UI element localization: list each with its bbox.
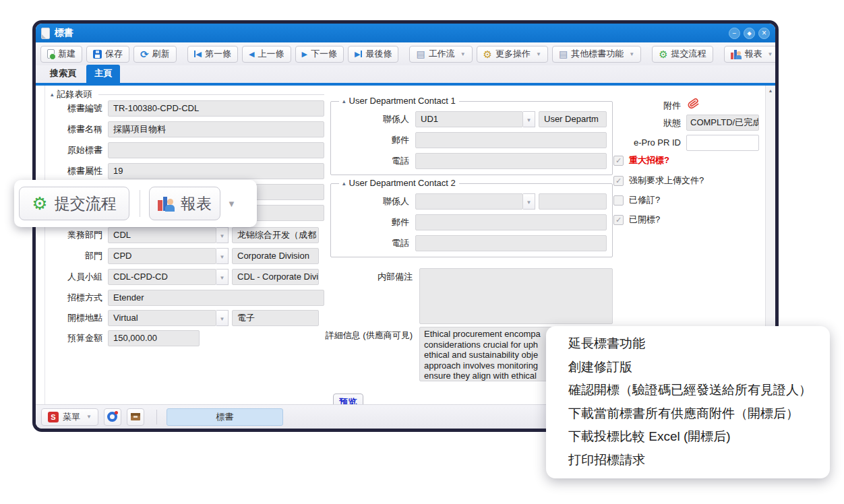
checkbox-opened[interactable]: ✓ <box>613 215 624 225</box>
menu-button[interactable]: S 菜單 ▼ <box>41 408 98 426</box>
scroll-up-icon[interactable]: ▲ <box>766 86 775 96</box>
close-button[interactable]: × <box>758 28 770 39</box>
menu-item-download-bid-comparison[interactable]: 下載投標比較 Excel (開標后) <box>546 425 830 449</box>
business-dept-select[interactable]: CDL <box>108 227 216 243</box>
tab-main-page[interactable]: 主頁 <box>86 65 120 83</box>
staff-group-select[interactable]: CDL-CPD-CD <box>108 269 216 285</box>
last-record-button[interactable]: ▶ 最後條 <box>348 46 398 63</box>
contact2-phone-field[interactable] <box>415 235 607 251</box>
field-row-tender-no: 標書編號 TR-100380-CPD-CDL <box>51 100 324 117</box>
original-tender-field[interactable] <box>108 142 324 158</box>
budget-field[interactable]: 150,000.00 <box>108 330 200 346</box>
tender-name-field[interactable]: 採購項目物料 <box>108 121 324 137</box>
collapse-triangle-icon: ▴ <box>342 180 346 187</box>
package-shortcut-button[interactable] <box>127 408 144 426</box>
chevron-down-icon: ▼ <box>536 51 541 57</box>
dropdown-arrow-button[interactable]: ▼ <box>216 310 229 326</box>
chevron-down-icon: ▼ <box>460 51 466 57</box>
contact2-person-select[interactable] <box>415 193 523 210</box>
epro-pr-id-field[interactable] <box>686 135 759 151</box>
tender-attr-field[interactable]: 19 <box>108 163 324 179</box>
contact1-person-row: 聯係人 UD1 ▼ User Departm <box>331 111 612 127</box>
contact1-legend[interactable]: ▴ User Department Contact 1 <box>339 96 459 106</box>
field-row-budget: 預算金額 150,000.00 <box>51 330 324 346</box>
contact2-person-row: 聯係人 ▼ <box>331 193 612 210</box>
contact1-email-field[interactable] <box>415 132 607 148</box>
checkbox-major-tender[interactable]: ✓ <box>613 156 624 166</box>
field-label: 部門 <box>51 250 108 262</box>
menu-item-print-tender-request[interactable]: 打印招標請求 <box>546 449 830 472</box>
minimize-button[interactable]: − <box>729 28 740 39</box>
field-label: 聯係人 <box>331 195 415 208</box>
app-logo-icon: S <box>48 412 59 422</box>
contact1-phone-row: 電話 <box>331 153 612 169</box>
maximize-button[interactable]: ◆ <box>744 28 755 39</box>
workflow-dropdown-button[interactable]: ▤ 工作流 ▼ <box>409 46 472 63</box>
new-button[interactable]: 新建 <box>40 46 82 63</box>
submit-process-large-button[interactable]: ⚙ 提交流程 <box>19 187 129 220</box>
field-label: 招標方式 <box>51 292 108 304</box>
tab-bar: 搜索頁 主頁 <box>36 65 775 83</box>
contact2-email-field[interactable] <box>415 214 607 230</box>
dropdown-arrow-button[interactable]: ▼ <box>523 193 535 210</box>
refresh-button[interactable]: ⟳ 刷新 <box>133 46 177 63</box>
menu-item-confirm-opening[interactable]: 確認開標（驗證碼已經發送給所有見證人） <box>546 379 830 402</box>
checkbox-row-major-tender: ✓ 重大招標? <box>613 154 669 166</box>
previous-record-button[interactable]: ◀ 上一條 <box>242 46 291 63</box>
contact1-person-select[interactable]: UD1 <box>415 111 523 127</box>
gear-pencil-icon: ⚙ <box>483 49 492 59</box>
submit-process-button[interactable]: ⚙ 提交流程 <box>652 46 713 63</box>
window-controls: − ◆ × <box>729 28 770 39</box>
internal-note-textarea[interactable] <box>419 268 613 324</box>
tab-search-page[interactable]: 搜索頁 <box>42 65 84 83</box>
preview-button[interactable]: 预览 <box>333 393 363 404</box>
menu-item-create-revision[interactable]: 創建修訂版 <box>546 356 830 379</box>
open-task-tender[interactable]: 標書 <box>167 408 283 426</box>
app-shortcut-button[interactable] <box>104 408 121 426</box>
tender-no-field[interactable]: TR-100380-CPD-CDL <box>108 100 324 117</box>
menu-item-download-supplier-attachments[interactable]: 下載當前標書所有供應商附件（開標后） <box>546 402 830 426</box>
reports-context-menu: 延長標書功能 創建修訂版 確認開標（驗證碼已經發送給所有見證人） 下載當前標書所… <box>546 326 830 478</box>
dept-desc: Corporate Division <box>232 248 319 264</box>
other-tender-functions-dropdown-button[interactable]: ▤ 其他標書功能 ▼ <box>552 46 641 63</box>
contact1-fieldset: ▴ User Department Contact 1 聯係人 UD1 ▼ Us… <box>330 101 613 175</box>
more-operations-dropdown-button[interactable]: ⚙ 更多操作 ▼ <box>477 46 548 63</box>
field-label: 標書屬性 <box>51 165 108 177</box>
contact1-phone-field[interactable] <box>415 153 607 169</box>
field-row-tender-method: 招標方式 Etender <box>51 290 324 306</box>
titlebar: 標書 − ◆ × <box>36 24 775 42</box>
reports-large-button[interactable]: 報表 <box>149 187 220 220</box>
contact2-legend[interactable]: ▴ User Department Contact 2 <box>339 178 459 188</box>
statusbar-separator <box>156 410 157 424</box>
record-header-section[interactable]: ▴ 記錄表頭 <box>51 88 324 100</box>
epro-pr-id-label: e-Pro PR ID <box>595 137 681 148</box>
paperclip-icon[interactable] <box>687 97 700 112</box>
field-label: 預算金額 <box>51 332 108 344</box>
dropdown-arrow-button[interactable]: ▼ <box>216 227 229 243</box>
floppy-disk-icon <box>93 50 102 59</box>
dropdown-arrow-button[interactable]: ▼ <box>216 269 229 285</box>
opening-venue-select[interactable]: Virtual <box>108 310 216 326</box>
checkbox-mandatory-upload[interactable]: ✓ <box>613 176 624 186</box>
field-label: 人員小組 <box>51 271 108 283</box>
section-rule <box>98 94 324 95</box>
field-label: 聯係人 <box>331 113 415 125</box>
report-chart-icon <box>731 49 742 59</box>
save-button[interactable]: 保存 <box>86 46 129 63</box>
first-record-button[interactable]: ◀ 第一條 <box>187 46 238 63</box>
report-chart-icon <box>158 195 174 212</box>
chevron-down-icon: ▼ <box>629 51 634 57</box>
checkbox-row-mandatory-upload: ✓ 强制要求上傳文件? <box>613 175 704 187</box>
dept-select[interactable]: CPD <box>108 248 216 264</box>
checkbox-revised[interactable] <box>613 195 624 206</box>
next-record-button[interactable]: ▶ 下一條 <box>295 46 344 63</box>
app-circle-icon <box>107 412 117 422</box>
menu-item-extend-tender[interactable]: 延長標書功能 <box>546 332 830 356</box>
screen: 標書 − ◆ × 新建 保存 ⟳ 刷新 ◀ 第一 <box>0 0 844 504</box>
last-icon: ▶ <box>355 50 362 59</box>
dropdown-arrow-button[interactable]: ▼ <box>216 248 229 264</box>
tender-method-field[interactable]: Etender <box>108 290 324 306</box>
field-label: 郵件 <box>331 216 415 228</box>
dropdown-arrow-button[interactable]: ▼ <box>523 111 535 127</box>
reports-dropdown-button[interactable]: 報表 ▼ <box>724 46 779 63</box>
